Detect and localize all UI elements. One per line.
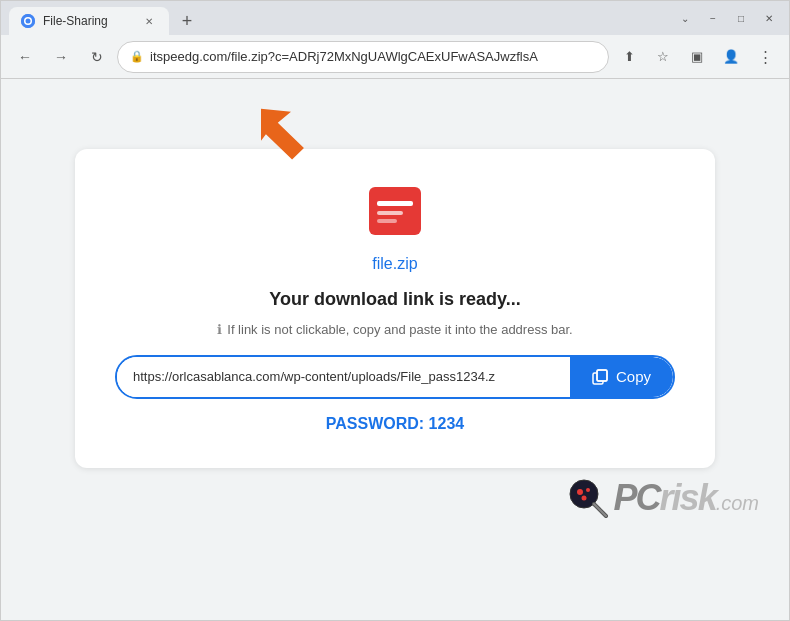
pcrisk-pc-text: PC (614, 477, 660, 518)
active-tab[interactable]: File-Sharing ✕ (9, 7, 169, 35)
pcrisk-com-text: .com (716, 492, 759, 514)
window-chevron-icon: ⌄ (673, 6, 697, 30)
copy-icon (592, 369, 608, 385)
headline: Your download link is ready... (269, 289, 520, 310)
title-bar: File-Sharing ✕ + ⌄ − □ ✕ (1, 1, 789, 35)
watermark-area: PCrisk.com (21, 468, 769, 520)
svg-point-13 (586, 488, 590, 492)
new-tab-button[interactable]: + (173, 7, 201, 35)
copy-button[interactable]: Copy (570, 357, 673, 397)
tab-title: File-Sharing (43, 14, 133, 28)
address-bar[interactable]: 🔒 itspeedg.com/file.zip?c=ADRj72MxNgUAWl… (117, 41, 609, 73)
browser-window: File-Sharing ✕ + ⌄ − □ ✕ ← → ↻ 🔒 itspeed… (0, 0, 790, 621)
svg-rect-7 (377, 219, 397, 223)
close-button[interactable]: ✕ (757, 6, 781, 30)
page-content: file.zip Your download link is ready... … (1, 79, 789, 620)
password-text: PASSWORD: 1234 (326, 415, 464, 433)
forward-button[interactable]: → (45, 41, 77, 73)
minimize-button[interactable]: − (701, 6, 725, 30)
maximize-button[interactable]: □ (729, 6, 753, 30)
toolbar: ← → ↻ 🔒 itspeedg.com/file.zip?c=ADRj72Mx… (1, 35, 789, 79)
address-text: itspeedg.com/file.zip?c=ADRj72MxNgUAWlgC… (150, 49, 596, 64)
tab-close-button[interactable]: ✕ (141, 13, 157, 29)
toolbar-right: ⬆ ☆ ▣ 👤 ⋮ (613, 41, 781, 73)
file-name-link[interactable]: file.zip (372, 255, 417, 273)
svg-point-2 (26, 19, 31, 24)
tab-favicon (21, 14, 35, 28)
tab-bar: File-Sharing ✕ + (9, 1, 669, 35)
pcrisk-risk-text: risk (660, 477, 716, 518)
main-card: file.zip Your download link is ready... … (75, 149, 715, 468)
menu-button[interactable]: ⋮ (749, 41, 781, 73)
profile-button[interactable]: 👤 (715, 41, 747, 73)
back-button[interactable]: ← (9, 41, 41, 73)
bookmark-button[interactable]: ☆ (647, 41, 679, 73)
svg-rect-5 (377, 201, 413, 206)
file-icon (363, 179, 427, 243)
extensions-button[interactable]: ▣ (681, 41, 713, 73)
svg-marker-3 (261, 90, 312, 169)
pcrisk-logo: PCrisk.com (566, 476, 759, 520)
svg-point-12 (577, 489, 583, 495)
link-row: https://orlcasablanca.com/wp-content/upl… (115, 355, 675, 399)
svg-rect-9 (597, 370, 607, 381)
download-link-text[interactable]: https://orlcasablanca.com/wp-content/upl… (117, 357, 570, 397)
window-controls: ⌄ − □ ✕ (673, 6, 781, 30)
svg-line-16 (594, 504, 606, 516)
file-icon-container (363, 179, 427, 243)
svg-point-14 (581, 495, 586, 500)
svg-rect-6 (377, 211, 403, 215)
pcrisk-magnifier-icon (566, 476, 610, 520)
share-button[interactable]: ⬆ (613, 41, 645, 73)
info-icon: ℹ (217, 322, 222, 337)
arrow-annotation (261, 89, 341, 173)
pcrisk-wordmark: PCrisk.com (614, 477, 759, 519)
reload-button[interactable]: ↻ (81, 41, 113, 73)
hint-text: ℹ If link is not clickable, copy and pas… (217, 322, 572, 337)
lock-icon: 🔒 (130, 50, 144, 63)
